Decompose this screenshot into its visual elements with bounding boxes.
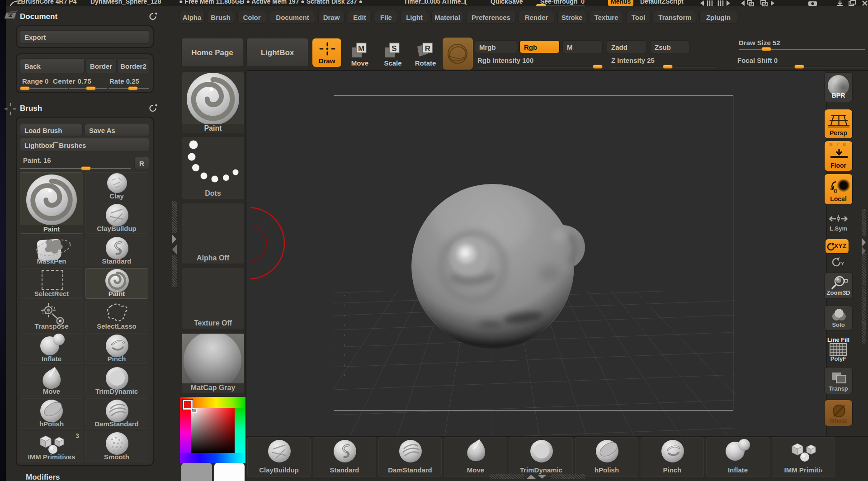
svg-text:M: M [358, 44, 364, 53]
svg-text:R: R [425, 44, 430, 53]
svg-text:Y: Y [841, 261, 844, 266]
svg-text:S: S [392, 44, 396, 53]
